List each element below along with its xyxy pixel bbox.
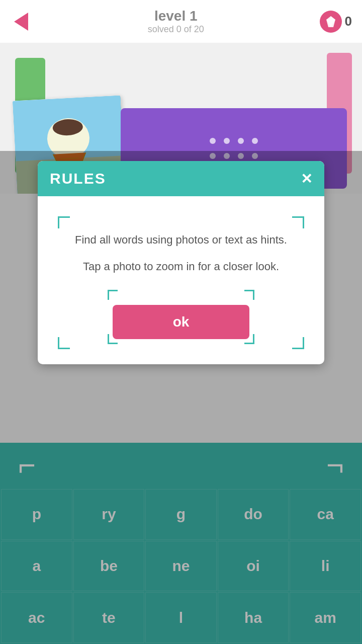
ok-button-wrapper: ok: [108, 290, 255, 344]
gem-count: 0: [345, 14, 352, 29]
bracket-bl: [58, 337, 70, 349]
rules-body: Find all words using photos or text as h…: [38, 196, 324, 364]
dot: [238, 138, 244, 144]
gem-area: 0: [320, 11, 352, 33]
bracket-tl: [58, 216, 70, 228]
rules-text-1: Find all words using photos or text as h…: [68, 231, 294, 248]
corner-tr: [244, 290, 254, 300]
level-title: level 1: [148, 8, 204, 24]
corner-br: [244, 334, 254, 344]
rules-overlay: RULES ✕ Find all words using photos or t…: [0, 151, 362, 644]
back-button[interactable]: [10, 11, 32, 33]
bracket-tr: [292, 216, 304, 228]
corner-tl: [108, 290, 118, 300]
rules-close-button[interactable]: ✕: [301, 171, 312, 187]
dot: [210, 138, 216, 144]
level-info: level 1 solved 0 of 20: [148, 8, 204, 35]
solved-count: solved 0 of 20: [148, 24, 204, 35]
header: level 1 solved 0 of 20 0: [0, 0, 362, 43]
corner-bl: [108, 334, 118, 344]
back-arrow-icon: [14, 13, 28, 31]
dot: [224, 138, 230, 144]
rules-text-2: Tap a photo to zoom in for a closer look…: [68, 258, 294, 275]
dot: [252, 138, 258, 144]
bracket-br: [292, 337, 304, 349]
dots-row-1: [210, 138, 258, 144]
diamond-svg: [324, 15, 337, 28]
gem-icon: [320, 11, 342, 33]
rules-header: RULES ✕: [38, 161, 324, 196]
ok-button[interactable]: ok: [113, 305, 250, 339]
rules-title: RULES: [50, 170, 106, 187]
rules-modal: RULES ✕ Find all words using photos or t…: [38, 161, 324, 364]
